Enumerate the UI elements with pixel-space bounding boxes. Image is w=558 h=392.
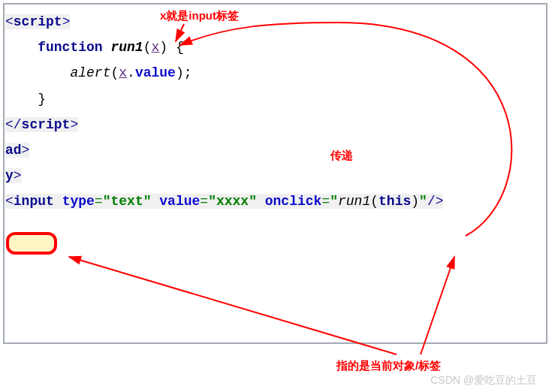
param-x: x xyxy=(151,40,159,55)
brace-open: { xyxy=(167,40,184,55)
eq3: = xyxy=(321,194,330,209)
lparen: ( xyxy=(143,40,152,55)
space xyxy=(54,194,62,209)
prop-value: value xyxy=(135,65,176,80)
val-text: "text" xyxy=(103,194,152,209)
keyword-function: function xyxy=(38,40,102,55)
dot: . xyxy=(127,65,135,80)
lparen3: ( xyxy=(370,194,379,209)
kw-this: this xyxy=(379,194,411,209)
annotation-top: x就是input标签 xyxy=(160,9,239,23)
attr-value: value xyxy=(159,194,200,209)
rparen2: ) xyxy=(176,65,184,80)
semi: ; xyxy=(184,65,192,80)
input-highlight-box xyxy=(6,232,57,255)
attr-onclick: onclick xyxy=(265,194,322,209)
rparen: ) xyxy=(159,40,167,55)
angle-close2: > xyxy=(70,117,78,132)
arg-x: x xyxy=(119,65,127,80)
angle-open-input: < xyxy=(5,194,14,209)
eq1: = xyxy=(95,194,103,209)
quote-open: " xyxy=(330,194,338,209)
watermark: CSDN @爱吃豆的土豆 xyxy=(430,374,537,387)
trunc-ad: ad xyxy=(5,143,22,158)
diagram-frame: <script> function run1(x) { alert(x.valu… xyxy=(0,0,558,392)
angle-close4: > xyxy=(14,168,22,183)
rparen3: ) xyxy=(411,194,419,209)
tag-script-close: script xyxy=(22,117,71,132)
tag-script-open: script xyxy=(14,14,62,29)
lparen2: ( xyxy=(110,65,119,80)
angle-open-close: </ xyxy=(5,117,22,132)
angle-open: < xyxy=(5,14,14,29)
eq2: = xyxy=(200,194,208,209)
angle-close: > xyxy=(62,14,71,29)
annotation-mid: 传递 xyxy=(330,149,353,163)
annotation-bottom: 指的是当前对象/标签 xyxy=(336,359,441,373)
call-run1: run1 xyxy=(338,194,370,209)
fn-name: run1 xyxy=(110,40,143,55)
trunc-y: y xyxy=(5,168,14,183)
quote-close: " xyxy=(419,194,427,209)
code-border: <script> function run1(x) { alert(x.valu… xyxy=(3,3,547,344)
call-alert: alert xyxy=(70,65,110,80)
angle-close3: > xyxy=(22,143,30,158)
code-area: <script> function run1(x) { alert(x.valu… xyxy=(5,5,546,342)
val-xxxx: "xxxx" xyxy=(208,194,257,209)
brace-close: } xyxy=(38,92,46,107)
tag-input: input xyxy=(14,194,54,209)
attr-type: type xyxy=(62,194,95,209)
self-close: /> xyxy=(427,194,444,209)
